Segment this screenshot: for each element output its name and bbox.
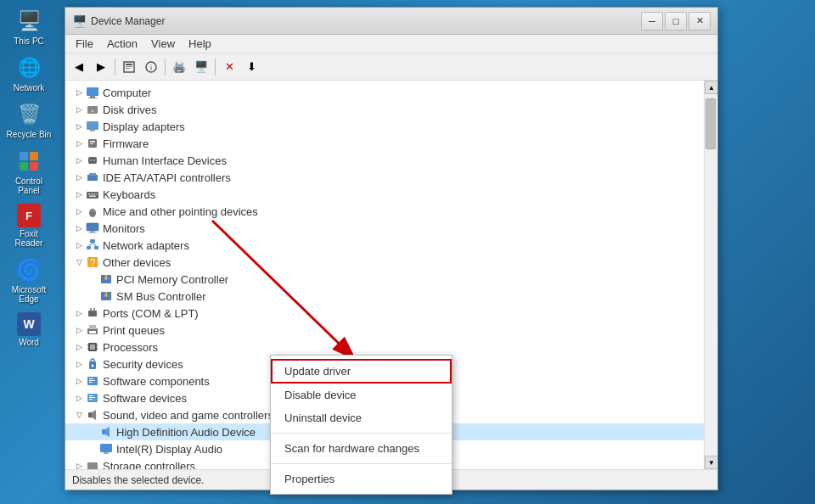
svg-text:i: i bbox=[150, 64, 152, 72]
scrollbar-thumb[interactable] bbox=[705, 98, 716, 149]
svg-marker-74 bbox=[92, 410, 96, 420]
tree-item-disk-drives[interactable]: ▷ Disk drives bbox=[65, 101, 704, 118]
svg-rect-57 bbox=[90, 344, 95, 350]
scroll-down-button[interactable]: ▼ bbox=[705, 456, 717, 469]
label-display-adapters: Display adapters bbox=[103, 120, 185, 133]
svg-rect-52 bbox=[93, 308, 95, 311]
tree-item-print-queues[interactable]: ▷ Print queues bbox=[65, 322, 704, 339]
desktop: 🖥️ This PC 🌐 Network 🗑️ Recycle Bin Cont… bbox=[0, 0, 815, 504]
svg-rect-50 bbox=[88, 311, 97, 316]
svg-rect-2 bbox=[20, 162, 28, 171]
sidebar-icon-this-pc[interactable]: 🖥️ This PC bbox=[3, 4, 54, 49]
scrollbar-track[interactable] bbox=[705, 94, 717, 456]
tree-item-display-adapters[interactable]: ▷ Display adapters bbox=[65, 118, 704, 135]
svg-rect-24 bbox=[89, 173, 96, 176]
expand-disk: ▷ bbox=[72, 103, 86, 116]
svg-rect-58 bbox=[87, 344, 88, 346]
tree-item-firmware[interactable]: ▷ Firmware bbox=[65, 135, 704, 152]
svg-rect-72 bbox=[89, 399, 93, 400]
label-sound: Sound, video and game controllers bbox=[103, 409, 273, 422]
expand-hid: ▷ bbox=[72, 154, 86, 167]
icon-network bbox=[86, 238, 99, 252]
foxit-icon: F bbox=[17, 204, 41, 227]
control-panel-icon bbox=[15, 148, 42, 175]
minimize-button[interactable]: ─ bbox=[641, 12, 663, 31]
svg-rect-25 bbox=[87, 192, 98, 199]
toolbar-back[interactable]: ◀ bbox=[69, 57, 89, 77]
svg-rect-12 bbox=[88, 98, 97, 98]
icon-print bbox=[86, 323, 99, 337]
toolbar-remove[interactable]: ✕ bbox=[219, 57, 239, 77]
tree-item-hid[interactable]: ▷ Human Interface Devices bbox=[65, 152, 704, 169]
close-button[interactable]: ✕ bbox=[689, 12, 711, 31]
svg-point-22 bbox=[93, 160, 95, 161]
label-security: Security devices bbox=[103, 358, 183, 371]
menu-help[interactable]: Help bbox=[182, 36, 218, 52]
icon-ports bbox=[86, 306, 99, 320]
svg-rect-27 bbox=[91, 193, 93, 195]
context-menu-uninstall-device[interactable]: Uninstall device bbox=[271, 406, 452, 429]
label-ide: IDE ATA/ATAPI controllers bbox=[103, 171, 231, 184]
maximize-button[interactable]: □ bbox=[665, 12, 687, 31]
context-menu-sep2 bbox=[271, 463, 452, 464]
label-hid: Human Interface Devices bbox=[103, 154, 227, 167]
title-bar-controls: ─ □ ✕ bbox=[641, 12, 711, 31]
toolbar-sep2 bbox=[165, 59, 166, 76]
toolbar-properties[interactable] bbox=[119, 57, 139, 77]
tree-item-pci[interactable]: PCI Memory Controller bbox=[65, 271, 704, 288]
tree-item-mice[interactable]: ▷ Mice and other pointing devices bbox=[65, 203, 704, 220]
icon-computer bbox=[86, 86, 99, 99]
svg-rect-34 bbox=[87, 223, 98, 231]
label-intel-audio: Intel(R) Display Audio bbox=[116, 443, 222, 456]
sidebar-icon-foxit[interactable]: F Foxit Reader bbox=[3, 200, 54, 251]
svg-rect-55 bbox=[89, 331, 96, 333]
context-menu-update-driver[interactable]: Update driver bbox=[271, 359, 452, 384]
context-menu-disable-device[interactable]: Disable device bbox=[271, 384, 452, 406]
scrollbar[interactable]: ▲ ▼ bbox=[704, 81, 717, 469]
toolbar-scan[interactable]: ⬇ bbox=[241, 57, 261, 77]
sidebar-icon-control-panel[interactable]: Control Panel bbox=[3, 144, 54, 199]
icon-keyboards bbox=[86, 188, 99, 201]
tree-item-keyboards[interactable]: ▷ Keyboards bbox=[65, 186, 704, 203]
toolbar-print[interactable]: 🖨️ bbox=[169, 57, 189, 77]
label-software-devices: Software devices bbox=[103, 392, 187, 405]
tree-item-network-adapters[interactable]: ▷ Network adapters bbox=[65, 237, 704, 254]
svg-rect-18 bbox=[90, 141, 95, 143]
word-label: Word bbox=[19, 338, 39, 347]
toolbar-update-driver[interactable]: i bbox=[141, 57, 161, 77]
label-monitors: Monitors bbox=[103, 222, 145, 235]
svg-rect-1 bbox=[30, 152, 38, 160]
svg-point-21 bbox=[90, 160, 92, 161]
tree-item-smbus[interactable]: SM Bus Controller bbox=[65, 288, 704, 305]
toolbar-sep3 bbox=[215, 59, 216, 76]
svg-point-46 bbox=[104, 277, 108, 280]
svg-rect-28 bbox=[93, 193, 95, 195]
menu-file[interactable]: File bbox=[69, 36, 100, 52]
expand-print: ▷ bbox=[72, 323, 86, 337]
svg-rect-79 bbox=[87, 462, 98, 469]
scroll-up-button[interactable]: ▲ bbox=[705, 81, 717, 94]
toolbar-display[interactable]: 🖥️ bbox=[191, 57, 211, 77]
sidebar-icon-network[interactable]: 🌐 Network bbox=[3, 51, 54, 96]
context-menu-properties[interactable]: Properties bbox=[271, 468, 452, 490]
icon-storage bbox=[86, 459, 99, 469]
svg-rect-70 bbox=[89, 395, 93, 396]
svg-rect-7 bbox=[126, 68, 130, 69]
tree-item-monitors[interactable]: ▷ Monitors bbox=[65, 220, 704, 237]
toolbar-forward[interactable]: ▶ bbox=[91, 57, 111, 77]
expand-display: ▷ bbox=[72, 120, 86, 133]
sidebar-icon-word[interactable]: W Word bbox=[3, 309, 54, 350]
label-other-devices: Other devices bbox=[103, 256, 171, 269]
this-pc-label: This PC bbox=[14, 36, 44, 46]
tree-item-ide[interactable]: ▷ IDE ATA/ATAPI controllers bbox=[65, 169, 704, 186]
tree-item-ports[interactable]: ▷ Ports (COM & LPT) bbox=[65, 305, 704, 322]
sidebar-icon-recycle-bin[interactable]: 🗑️ Recycle Bin bbox=[3, 98, 54, 143]
menu-action[interactable]: Action bbox=[100, 36, 144, 52]
tree-item-other-devices[interactable]: ▽ ? Other devices bbox=[65, 254, 704, 271]
menu-view[interactable]: View bbox=[144, 36, 182, 52]
expand-ports: ▷ bbox=[72, 306, 86, 320]
context-menu-scan[interactable]: Scan for hardware changes bbox=[271, 437, 452, 460]
tree-item-processors[interactable]: ▷ Processors bbox=[65, 339, 704, 356]
sidebar-icon-edge[interactable]: 🌀 Microsoft Edge bbox=[3, 253, 54, 307]
tree-item-computer[interactable]: ▷ Computer bbox=[65, 84, 704, 101]
